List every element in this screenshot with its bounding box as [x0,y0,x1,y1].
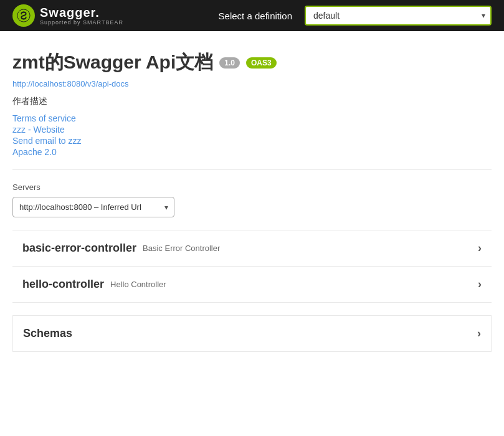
email-link[interactable]: Send email to zzz [12,136,492,146]
version-badge: 1.0 [219,57,240,69]
server-select[interactable]: http://localhost:8080 – Inferred Url [12,197,174,217]
page-title: zmt的Swagger Api文档 [12,50,213,75]
definition-select-wrapper[interactable]: default ▾ [305,6,492,26]
license-link[interactable]: Apache 2.0 [12,147,492,157]
author-description: 作者描述 [12,96,492,107]
servers-section: Servers http://localhost:8080 – Inferred… [12,182,492,217]
basic-error-controller-chevron-right-icon: › [478,242,482,255]
logo-text-area: Swagger. Supported by SMARTBEAR [40,6,123,26]
schemas-row[interactable]: Schemas › [13,316,491,351]
hello-controller-chevron-right-icon: › [478,278,482,291]
logo-text: Swagger. [40,6,123,19]
basic-error-controller-name: basic-error-controller [22,242,136,255]
select-definition-label: Select a definition [219,11,292,21]
controller-left-2: hello-controller Hello Controller [22,278,166,291]
controller-left-1: basic-error-controller Basic Error Contr… [22,242,220,255]
schemas-label: Schemas [23,327,72,340]
basic-error-controller-desc: Basic Error Controller [143,244,220,253]
svg-point-2 [23,19,24,20]
main-content: zmt的Swagger Api文档 1.0 OAS3 http://localh… [0,31,504,364]
header: Swagger. Supported by SMARTBEAR Select a… [0,0,504,31]
servers-label: Servers [12,182,492,192]
divider-1 [12,169,492,170]
definition-select[interactable]: default [305,6,492,26]
logo-area: Swagger. Supported by SMARTBEAR [12,4,123,27]
hello-controller-row[interactable]: hello-controller Hello Controller › [12,267,492,302]
swagger-logo-icon [12,4,35,27]
terms-of-service-link[interactable]: Terms of service [12,113,492,123]
info-links: Terms of service zzz - Website Send emai… [12,113,492,157]
basic-error-controller-section: basic-error-controller Basic Error Contr… [12,230,492,267]
schemas-section: Schemas › [12,315,492,352]
hello-controller-name: hello-controller [22,278,104,291]
oas3-badge: OAS3 [246,57,277,69]
schemas-chevron-right-icon: › [477,327,481,340]
svg-point-1 [23,12,24,13]
hello-controller-section: hello-controller Hello Controller › [12,267,492,303]
title-area: zmt的Swagger Api文档 1.0 OAS3 [12,50,492,75]
api-docs-link[interactable]: http://localhost:8080/v3/api-docs [12,79,492,88]
basic-error-controller-row[interactable]: basic-error-controller Basic Error Contr… [12,230,492,266]
logo-sub: Supported by SMARTBEAR [40,19,123,26]
website-link[interactable]: zzz - Website [12,125,492,135]
hello-controller-desc: Hello Controller [110,280,166,289]
server-select-wrapper[interactable]: http://localhost:8080 – Inferred Url ▾ [12,197,174,217]
